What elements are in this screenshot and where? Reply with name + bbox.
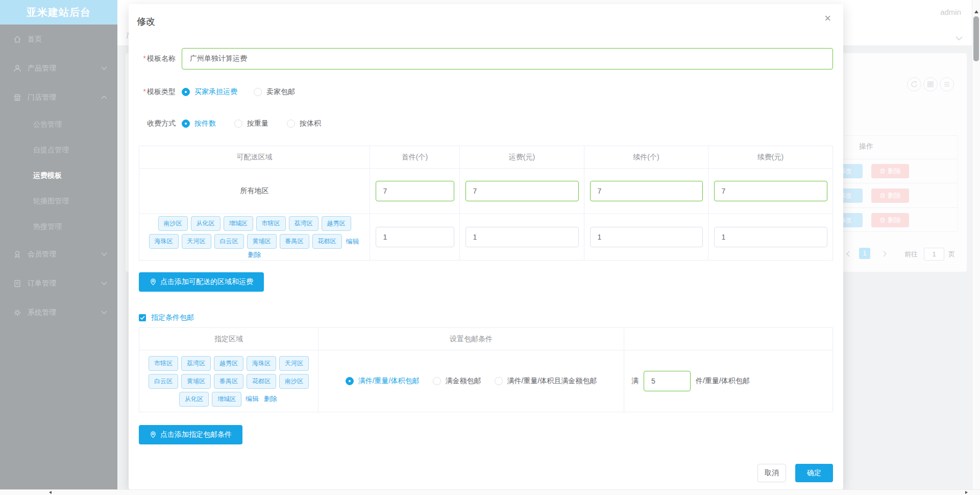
horizontal-scrollbar bbox=[0, 489, 980, 495]
sidebar-item-label: 门店管理 bbox=[28, 93, 56, 102]
radio-dot-icon bbox=[433, 377, 441, 385]
delete-regions-link[interactable]: 删除 bbox=[264, 394, 277, 404]
order-icon bbox=[13, 279, 22, 288]
next-page-icon[interactable] bbox=[883, 251, 887, 257]
region-tag: 从化区 bbox=[191, 216, 220, 231]
sidebar-item-stores[interactable]: 门店管理 bbox=[0, 83, 117, 112]
radio-by-quantity-free[interactable]: 满件/重量/体积包邮 bbox=[346, 376, 420, 386]
additional-fee-input[interactable] bbox=[714, 181, 827, 201]
region-tag: 南沙区 bbox=[279, 374, 309, 389]
charge-method-row: 收费方式 按件数 按重量 按体积 bbox=[139, 119, 843, 129]
edit-regions-link[interactable]: 编辑 bbox=[346, 237, 359, 246]
goto-page-input[interactable] bbox=[924, 248, 944, 261]
sidebar-item-announcements[interactable]: 公告管理 bbox=[0, 112, 117, 137]
fee-cell bbox=[460, 214, 584, 260]
edit-template-dialog: 修改 × *模板名称 *模板类型 买家承担运费 卖家包邮 收费方式 按件数 bbox=[129, 4, 843, 489]
dialog-title: 修改 bbox=[129, 4, 843, 28]
sidebar-item-orders[interactable]: 订单管理 bbox=[0, 269, 117, 298]
additional-fee-input[interactable] bbox=[714, 227, 827, 247]
refresh-icon[interactable] bbox=[907, 77, 921, 91]
radio-dot-icon bbox=[182, 88, 190, 96]
region-tag: 增城区 bbox=[224, 216, 253, 231]
region-tag: 白云区 bbox=[149, 374, 178, 389]
shop-icon bbox=[13, 93, 22, 102]
charge-method-label: 收费方式 bbox=[147, 119, 176, 127]
prev-page-icon[interactable] bbox=[846, 251, 850, 257]
additional-fee-cell bbox=[708, 169, 832, 214]
first-piece-input[interactable] bbox=[376, 181, 454, 201]
radio-dot-icon bbox=[182, 120, 190, 128]
region-tag: 荔湾区 bbox=[289, 216, 318, 231]
radio-by-piece[interactable]: 按件数 bbox=[182, 119, 216, 128]
delete-template-button[interactable]: 删除 bbox=[871, 188, 909, 203]
template-name-input[interactable] bbox=[182, 48, 833, 69]
conditional-free-shipping-toggle[interactable]: 指定条件包邮 bbox=[139, 313, 843, 323]
chevron-down-icon bbox=[101, 281, 107, 285]
operations-column-header: 操作 bbox=[859, 142, 873, 151]
additional-piece-input[interactable] bbox=[590, 227, 703, 247]
radio-by-amount-free[interactable]: 满金额包邮 bbox=[433, 376, 481, 386]
template-name-row: *模板名称 bbox=[139, 48, 843, 69]
confirm-button[interactable]: 确定 bbox=[795, 464, 833, 482]
user-menu[interactable]: admin bbox=[940, 8, 961, 16]
first-piece-cell bbox=[370, 214, 460, 260]
radio-by-volume[interactable]: 按体积 bbox=[287, 119, 321, 128]
scroll-right-arrow-icon[interactable] bbox=[965, 491, 968, 494]
scroll-left-arrow-icon[interactable] bbox=[49, 491, 52, 494]
vertical-scrollbar-thumb[interactable] bbox=[973, 16, 979, 61]
required-asterisk: * bbox=[143, 54, 146, 62]
region-tag: 天河区 bbox=[182, 234, 211, 249]
screen: 亚米建站后台 首页 产品管理 门店管理 公告管理 bbox=[0, 0, 980, 495]
region-tag: 增城区 bbox=[212, 392, 241, 407]
additional-piece-cell bbox=[584, 214, 708, 260]
sidebar-item-members[interactable]: 会员管理 bbox=[0, 240, 117, 269]
fee-cell bbox=[460, 169, 584, 214]
grid-view-icon[interactable] bbox=[923, 77, 938, 91]
page-number-button[interactable]: 1 bbox=[859, 248, 870, 259]
radio-seller-free-shipping[interactable]: 卖家包邮 bbox=[254, 87, 295, 97]
chevron-down-icon bbox=[101, 66, 107, 70]
region-tag: 花都区 bbox=[247, 374, 276, 389]
page-unit-label: 页 bbox=[948, 250, 955, 259]
shipping-fee-input[interactable] bbox=[465, 181, 579, 201]
radio-buyer-pays-shipping[interactable]: 买家承担运费 bbox=[182, 87, 237, 97]
chevron-down-icon bbox=[101, 311, 107, 314]
radio-by-weight[interactable]: 按重量 bbox=[234, 119, 268, 128]
sidebar-item-carousel[interactable]: 轮播图管理 bbox=[0, 188, 117, 214]
threshold-suffix: 件/重量/体积包邮 bbox=[696, 376, 750, 386]
scroll-up-arrow-icon[interactable] bbox=[974, 10, 978, 13]
first-piece-input[interactable] bbox=[376, 227, 454, 247]
region-tag: 越秀区 bbox=[214, 356, 243, 371]
region-tag: 天河区 bbox=[279, 356, 309, 371]
trash-icon bbox=[879, 217, 886, 223]
close-icon[interactable]: × bbox=[824, 13, 831, 23]
chevron-down-icon bbox=[955, 33, 963, 42]
region-tag: 南沙区 bbox=[158, 216, 188, 231]
radio-by-quantity-and-amount-free[interactable]: 满件/重量/体积且满金额包邮 bbox=[495, 376, 597, 386]
sidebar-item-shipping-templates[interactable]: 运费模板 bbox=[0, 163, 117, 188]
divider bbox=[958, 136, 958, 231]
cancel-button[interactable]: 取消 bbox=[757, 464, 786, 482]
sidebar-item-home[interactable]: 首页 bbox=[0, 25, 117, 54]
delete-regions-link[interactable]: 删除 bbox=[248, 250, 261, 260]
store-submenu: 公告管理 自提点管理 运费模板 轮播图管理 热搜管理 bbox=[0, 112, 117, 240]
column-header: 设置包邮条件 bbox=[318, 328, 624, 350]
shipping-fee-input[interactable] bbox=[465, 227, 579, 247]
add-free-shipping-condition-button[interactable]: 点击添加指定包邮条件 bbox=[139, 425, 242, 444]
sidebar-item-products[interactable]: 产品管理 bbox=[0, 54, 117, 83]
add-region-button[interactable]: 点击添加可配送的区域和运费 bbox=[139, 272, 264, 292]
region-tag: 海珠区 bbox=[247, 356, 276, 371]
chevron-down-icon bbox=[101, 252, 107, 256]
edit-regions-link[interactable]: 编辑 bbox=[246, 394, 259, 404]
delete-template-button[interactable]: 删除 bbox=[871, 164, 909, 178]
checkbox-checked-icon bbox=[139, 314, 146, 321]
sidebar-item-hot-search[interactable]: 热搜管理 bbox=[0, 214, 117, 240]
column-settings-icon[interactable] bbox=[940, 77, 954, 91]
column-header bbox=[624, 328, 832, 350]
threshold-input[interactable] bbox=[644, 371, 691, 391]
region-tag: 从化区 bbox=[179, 392, 209, 407]
delete-template-button[interactable]: 删除 bbox=[871, 213, 909, 227]
sidebar-item-pickup-points[interactable]: 自提点管理 bbox=[0, 137, 117, 163]
sidebar-item-system[interactable]: 系统管理 bbox=[0, 298, 117, 327]
additional-piece-input[interactable] bbox=[590, 181, 703, 201]
